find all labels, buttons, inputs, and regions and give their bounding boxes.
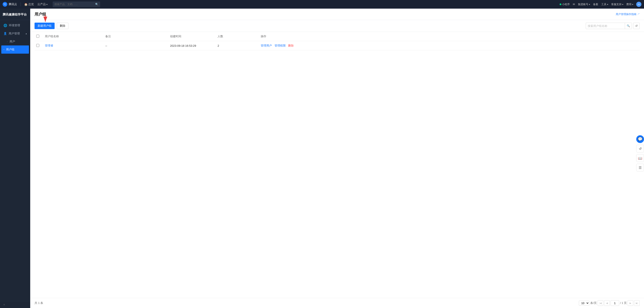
th-name-label: 用户组名称 [45, 35, 59, 38]
pagination-row: 共 1 条 10 20 50 条/页 |◀ ◀ / 1 页 ▶ ▶| [30, 298, 644, 308]
cloud-products-chevron-icon: ▾ [46, 3, 48, 5]
group-name-link[interactable]: 管理者 [45, 44, 53, 47]
row-action-cell: 管理用户 管理权限 删除 [259, 41, 640, 50]
table-row: 管理者 -- 2023-09-18 16:53:29 2 管理用户 管理权限 删… [34, 41, 640, 50]
top-nav-right: 小程序 ✉ 集团账号 ▾ 备案 工具 ▾ 客服支持 ▾ 费用 ▾ m [560, 2, 642, 7]
toolbar-right: 🔍 ↺ [586, 23, 640, 29]
mini-program-dot-icon [560, 3, 561, 5]
group-account-label: 集团账号 [578, 2, 588, 6]
mail-btn[interactable]: ✉ [573, 3, 575, 6]
refresh-float-button[interactable]: ↺ [636, 145, 644, 153]
sidebar-item-user-management[interactable]: 👤 用户管理 ▴ [0, 29, 30, 38]
nav-cloud-products[interactable]: 云产品 ▾ [37, 2, 48, 6]
group-account-btn[interactable]: 集团账号 ▾ [578, 2, 590, 6]
sidebar-app-name: 腾讯健康组学平台 [0, 9, 30, 20]
billing-btn[interactable]: 费用 ▾ [626, 2, 633, 6]
row-checkbox-0[interactable] [36, 44, 39, 47]
top-search-icon: 🔍 [95, 3, 98, 6]
tools-btn[interactable]: 工具 ▾ [601, 2, 608, 6]
prev-page-button[interactable]: ◀ [604, 300, 610, 306]
sidebar-item-env-label: 环境管理 [9, 23, 20, 27]
th-checkbox [34, 32, 43, 41]
avatar-initial: m [638, 3, 640, 5]
table-wrap: 用户组名称 备注 创建时间 人数 操作 [30, 32, 644, 298]
th-time: 创建时间 [168, 32, 216, 41]
collapse-icon: ≡ [4, 303, 5, 306]
page-header: 用户组 用户管理操作指南 ↗ [30, 9, 644, 20]
th-time-label: 创建时间 [170, 35, 181, 38]
nav-home[interactable]: 🏠总览 [24, 2, 34, 6]
docs-float-icon: 📖 [638, 156, 642, 160]
backup-btn[interactable]: 备案 [593, 2, 598, 6]
pagination-controls: 10 20 50 条/页 |◀ ◀ / 1 页 ▶ ▶| [579, 300, 640, 306]
page-number-input[interactable] [610, 300, 619, 306]
user-mgmt-icon: 👤 [4, 32, 7, 35]
support-btn[interactable]: 客服支持 ▾ [611, 2, 623, 6]
docs-float-button[interactable]: 📖 [636, 154, 644, 162]
th-remark: 备注 [104, 32, 168, 41]
th-action: 操作 [259, 32, 640, 41]
th-count-label: 人数 [218, 35, 223, 38]
delete-button[interactable]: 删除 [57, 23, 68, 29]
sidebar-item-env-management[interactable]: 🌐 环境管理 [0, 21, 30, 29]
manage-users-button[interactable]: 管理用户 [261, 44, 272, 48]
page-total-text: / 1 页 [620, 301, 627, 305]
logo-text: 腾讯云 [9, 2, 17, 6]
table-header-row: 用户组名称 备注 创建时间 人数 操作 [34, 32, 640, 41]
sidebar-item-user[interactable]: · 用户 [0, 38, 30, 45]
last-page-button[interactable]: ▶| [634, 300, 640, 306]
sidebar-collapse-btn[interactable]: ≡ [0, 301, 30, 308]
first-page-button[interactable]: |◀ [598, 300, 603, 306]
page-title-row: 用户组 用户管理操作指南 ↗ [34, 12, 640, 20]
support-label: 客服支持 [611, 2, 622, 6]
sidebar-item-user-mgmt-label: 用户管理 [9, 32, 20, 35]
manage-permissions-button[interactable]: 管理权限 [274, 44, 286, 48]
group-account-chevron-icon: ▾ [589, 3, 590, 5]
search-group-button[interactable]: 🔍 [625, 23, 632, 29]
chat-float-button[interactable]: 💬 [636, 135, 644, 143]
menu-float-button[interactable]: ☰ [636, 164, 644, 171]
dot-active-icon: · [4, 48, 4, 51]
sidebar-item-user-group-label: 用户组 [6, 48, 14, 51]
top-search-input[interactable] [54, 3, 95, 6]
mini-program-btn[interactable]: 小程序 [560, 2, 570, 6]
logo[interactable]: TC 腾讯云 [2, 2, 17, 7]
sidebar-item-user-group[interactable]: · 用户组 [1, 45, 29, 54]
user-avatar[interactable]: m [636, 2, 642, 7]
guide-link[interactable]: 用户管理操作指南 ↗ [616, 12, 640, 16]
page-title: 用户组 [34, 12, 46, 17]
svg-text:TC: TC [4, 3, 6, 5]
row-count-cell: 2 [216, 41, 259, 50]
search-icon: 🔍 [627, 24, 630, 27]
select-all-checkbox[interactable] [36, 35, 39, 38]
dot-icon: · [7, 40, 8, 43]
next-page-button[interactable]: ▶ [628, 300, 633, 306]
refresh-float-icon: ↺ [639, 147, 642, 151]
th-action-label: 操作 [261, 35, 266, 38]
delete-group-button[interactable]: 删除 [288, 44, 294, 48]
env-icon: 🌐 [4, 24, 7, 27]
user-mgmt-chevron-icon: ▴ [26, 32, 27, 35]
per-page-text: 条/页 [590, 301, 597, 305]
row-remark-cell: -- [104, 41, 168, 50]
support-chevron-icon: ▾ [622, 3, 623, 5]
refresh-button[interactable]: ↺ [633, 23, 640, 29]
top-nav: TC 腾讯云 🏠总览 云产品 ▾ 🔍 小程序 ✉ 集团账号 ▾ 备案 工具 ▾ [0, 0, 644, 9]
toolbar: 新建用户组 删除 [30, 20, 644, 32]
billing-label: 费用 [626, 2, 632, 6]
search-group-input[interactable] [586, 24, 625, 27]
search-group-bar[interactable]: 🔍 [586, 23, 632, 29]
row-time-cell: 2023-09-18 16:53:29 [168, 41, 216, 50]
sidebar: 腾讯健康组学平台 🌐 环境管理 👤 用户管理 ▴ · 用户 · 用户组 [0, 9, 30, 308]
top-search-bar[interactable]: 🔍 [53, 1, 100, 7]
sidebar-item-user-label: 用户 [10, 40, 15, 43]
main-content: 用户组 用户管理操作指南 ↗ 新建用户组 [30, 9, 644, 308]
total-text: 共 1 条 [34, 301, 43, 305]
row-checkbox-cell [34, 41, 43, 50]
row-name-cell: 管理者 [43, 41, 104, 50]
th-remark-label: 备注 [105, 35, 111, 38]
page-size-select[interactable]: 10 20 50 [579, 301, 590, 306]
new-group-button[interactable]: 新建用户组 [34, 23, 54, 29]
refresh-icon: ↺ [635, 24, 638, 27]
tools-label: 工具 [601, 2, 606, 6]
